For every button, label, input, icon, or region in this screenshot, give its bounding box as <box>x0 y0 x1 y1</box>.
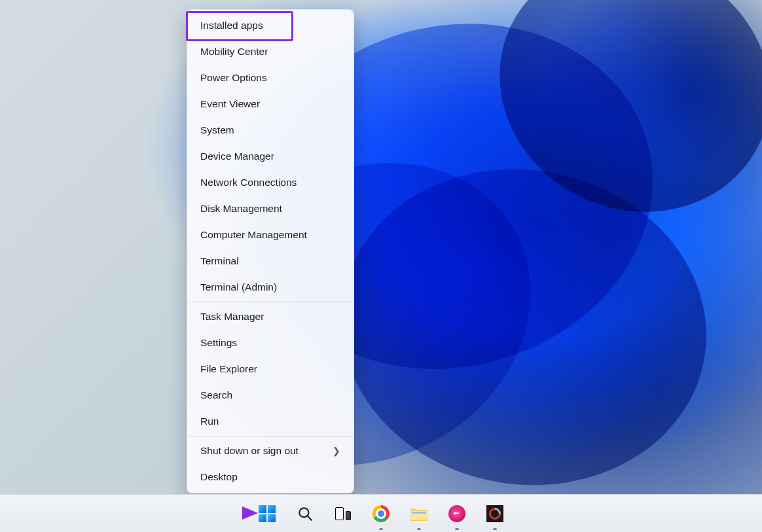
taskbar-explorer-button[interactable] <box>405 500 433 527</box>
taskbar <box>0 494 762 532</box>
menu-item-label: Mobility Center <box>200 39 268 65</box>
search-icon <box>297 505 314 522</box>
taskbar-taskview-button[interactable] <box>329 500 357 527</box>
menu-item-label: Terminal (Admin) <box>200 274 277 300</box>
menu-item-system[interactable]: System <box>187 117 354 143</box>
running-indicator <box>455 528 459 530</box>
menu-item-computer-management[interactable]: Computer Management <box>187 222 354 248</box>
menu-item-event-viewer[interactable]: Event Viewer <box>187 91 354 117</box>
menu-item-terminal-admin[interactable]: Terminal (Admin) <box>187 274 354 300</box>
desktop-wallpaper <box>0 0 762 495</box>
taskbar-start-button[interactable] <box>253 500 281 527</box>
folder-icon <box>410 506 427 521</box>
menu-item-task-manager[interactable]: Task Manager <box>187 304 354 330</box>
menu-item-label: Power Options <box>200 65 267 91</box>
menu-item-label: Event Viewer <box>200 91 260 117</box>
chrome-icon <box>372 505 390 522</box>
menu-item-label: Task Manager <box>200 304 264 330</box>
menu-item-run[interactable]: Run <box>187 408 354 434</box>
menu-item-label: Installed apps <box>200 12 263 39</box>
menu-item-label: Device Manager <box>200 143 274 169</box>
menu-item-file-explorer[interactable]: File Explorer <box>187 356 354 382</box>
dark-app-icon <box>486 505 503 522</box>
menu-item-label: Run <box>200 408 219 434</box>
svg-rect-2 <box>411 511 427 520</box>
taskbar-app-pink-button[interactable] <box>443 500 471 527</box>
menu-item-label: Computer Management <box>200 222 307 248</box>
menu-item-label: Shut down or sign out <box>200 438 299 464</box>
menu-item-label: Settings <box>200 330 237 356</box>
running-indicator <box>417 528 421 530</box>
menu-item-mobility-center[interactable]: Mobility Center <box>187 39 354 65</box>
menu-item-desktop[interactable]: Desktop <box>187 464 354 490</box>
menu-item-power-options[interactable]: Power Options <box>187 65 354 91</box>
winx-menu: Installed apps Mobility Center Power Opt… <box>187 9 354 493</box>
taskbar-search-button[interactable] <box>291 500 319 527</box>
running-indicator <box>379 528 383 530</box>
menu-item-label: File Explorer <box>200 356 257 382</box>
menu-item-label: Disk Management <box>200 196 282 222</box>
menu-item-terminal[interactable]: Terminal <box>187 248 354 274</box>
menu-item-label: System <box>200 117 234 143</box>
menu-item-label: Network Connections <box>200 169 297 196</box>
pink-app-icon <box>448 505 465 522</box>
menu-item-installed-apps[interactable]: Installed apps <box>187 12 354 39</box>
menu-item-label: Search <box>200 382 232 408</box>
taskbar-app-dark-button[interactable] <box>481 500 509 527</box>
task-view-icon <box>335 507 351 520</box>
menu-item-search[interactable]: Search <box>187 382 354 408</box>
menu-item-shutdown[interactable]: Shut down or sign out ❯ <box>187 438 354 464</box>
chevron-right-icon: ❯ <box>333 438 340 464</box>
svg-line-1 <box>308 516 312 520</box>
menu-item-device-manager[interactable]: Device Manager <box>187 143 354 169</box>
menu-item-label: Desktop <box>200 464 238 490</box>
taskbar-chrome-button[interactable] <box>367 500 395 527</box>
svg-rect-3 <box>412 512 426 514</box>
menu-separator <box>187 302 354 302</box>
menu-item-settings[interactable]: Settings <box>187 330 354 356</box>
windows-start-icon <box>259 505 276 522</box>
menu-item-network-connections[interactable]: Network Connections <box>187 169 354 196</box>
menu-item-label: Terminal <box>200 248 239 274</box>
running-indicator <box>493 528 497 530</box>
menu-item-disk-management[interactable]: Disk Management <box>187 196 354 222</box>
menu-separator <box>187 436 354 436</box>
